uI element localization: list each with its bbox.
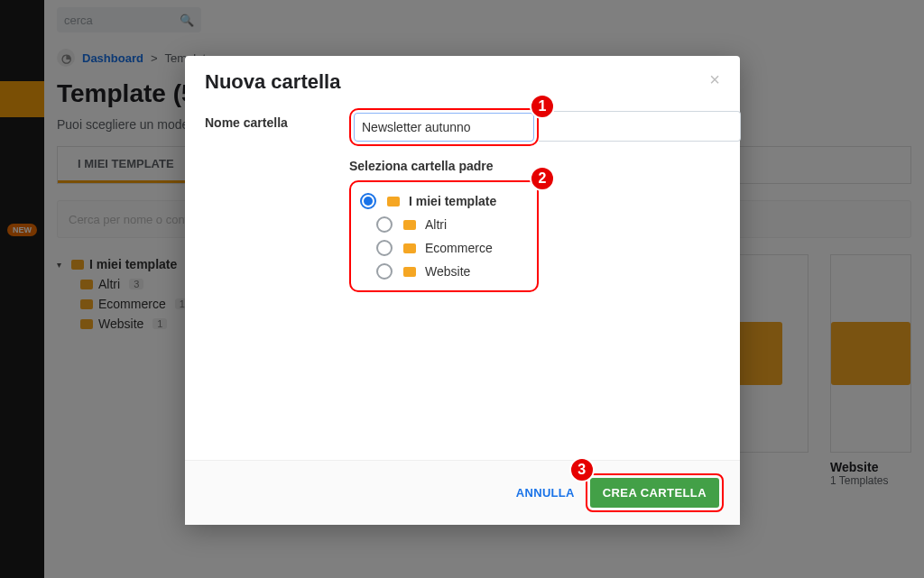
folder-name-input[interactable] (354, 113, 534, 142)
create-folder-button[interactable]: CREA CARTELLA (590, 478, 719, 508)
annotation-box-1: 1 (349, 108, 539, 146)
parent-folder-label: I miei template (409, 194, 496, 208)
radio-unselected[interactable] (376, 240, 393, 256)
modal-title: Nuova cartella (205, 70, 340, 94)
cancel-button[interactable]: ANNULLA (516, 486, 575, 500)
parent-folder-label: Website (425, 264, 470, 279)
folder-icon (403, 220, 416, 230)
annotation-box-3: 3 CREA CARTELLA (586, 473, 724, 512)
parent-folder-label: Altri (425, 217, 447, 232)
parent-folder-option[interactable]: Altri (358, 213, 530, 236)
field-label-name: Nome cartella (205, 108, 322, 460)
parent-folder-label: Ecommerce (425, 241, 493, 255)
parent-folder-option[interactable]: I miei template (358, 189, 530, 213)
parent-folder-option[interactable]: Website (358, 260, 530, 283)
close-icon[interactable]: × (709, 70, 720, 88)
annotation-box-2: 2 I miei template Altri Ecommerce (349, 180, 539, 292)
annotation-badge-3: 3 (569, 457, 595, 482)
folder-icon (403, 267, 416, 277)
folder-name-input-ext[interactable] (539, 111, 741, 142)
radio-unselected[interactable] (376, 216, 393, 233)
annotation-badge-2: 2 (530, 166, 555, 191)
folder-icon (403, 243, 416, 253)
radio-selected[interactable] (360, 193, 376, 209)
radio-unselected[interactable] (376, 263, 393, 280)
annotation-badge-1: 1 (530, 94, 555, 119)
new-folder-modal: Nuova cartella × Nome cartella 1 Selezio… (185, 56, 740, 525)
folder-icon (387, 197, 400, 206)
parent-folder-option[interactable]: Ecommerce (358, 236, 530, 260)
